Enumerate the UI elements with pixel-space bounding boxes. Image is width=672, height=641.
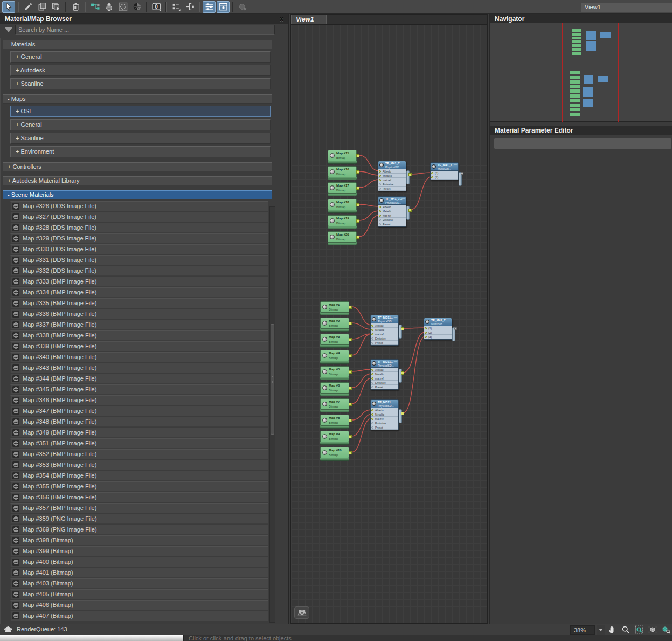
scene-material-item[interactable]: Map #347 (BMP Image File): [10, 406, 268, 416]
node-input-slot[interactable]: Preset: [371, 425, 398, 430]
collapse-node-icon[interactable]: —: [394, 315, 397, 319]
scene-material-item[interactable]: Map #348 (BMP Image File): [10, 417, 268, 427]
bitmap-node[interactable]: Map #1 Bitmap: [320, 301, 349, 313]
browser-group-general[interactable]: + General: [10, 51, 271, 63]
node-input-slot[interactable]: Emissive: [378, 182, 406, 187]
node-side-tab[interactable]: [399, 369, 402, 383]
node-side-tab[interactable]: [399, 325, 402, 339]
bitmap-node[interactable]: Map #20 Bitmap: [328, 231, 357, 243]
bitmap-node[interactable]: Map #4 Bitmap: [320, 350, 349, 361]
input-socket[interactable]: [371, 418, 373, 420]
node-output-socket[interactable]: [356, 170, 359, 174]
scene-material-item[interactable]: Map #359 (PNG Image File): [10, 514, 268, 524]
input-socket[interactable]: [431, 172, 433, 174]
browser-group-osl[interactable]: + OSL: [10, 106, 271, 117]
scene-material-item[interactable]: Map #357 (BMP Image File): [10, 503, 268, 513]
view-tab[interactable]: View1: [291, 15, 327, 24]
browser-group-controllers[interactable]: + Controllers: [3, 162, 272, 171]
scene-material-item[interactable]: Map #344 (BMP Image File): [10, 374, 268, 384]
node-input-slot[interactable]: mat ref: [371, 417, 398, 421]
node-output-socket[interactable]: [349, 306, 352, 309]
node-side-tab[interactable]: [406, 206, 410, 220]
input-socket[interactable]: [425, 332, 427, 334]
node-input-slot[interactable]: (3): [424, 335, 452, 339]
bitmap-node[interactable]: Map #7 Bitmap: [320, 398, 349, 410]
node-input-slot[interactable]: Metallic: [371, 412, 398, 417]
node-output-socket[interactable]: [349, 387, 352, 390]
search-input[interactable]: [15, 25, 275, 35]
scene-material-item[interactable]: Map #356 (BMP Image File): [10, 492, 268, 502]
scene-material-item[interactable]: Map #351 (BMP Image File): [10, 438, 268, 449]
scene-material-item[interactable]: Map #336 (BMP Image File): [10, 309, 268, 319]
input-socket[interactable]: [379, 206, 381, 208]
bitmap-node[interactable]: Map #5 Bitmap: [320, 366, 349, 377]
node-input-slot[interactable]: (1): [431, 171, 458, 175]
node-input-slot[interactable]: Albedo: [371, 323, 398, 328]
bitmap-node[interactable]: Map #6 Bitmap: [320, 382, 349, 394]
node-header[interactable]: TF_M41_7... — PhysicalSD...: [378, 197, 406, 205]
node-graph-canvas[interactable]: Map #15 Bitmap Map #16 Bitmap Map #17 Bi…: [290, 24, 488, 624]
browser-group-scene-materials[interactable]: - Scene Materials: [3, 190, 272, 199]
scene-material-item[interactable]: Map #403 (Bitmap): [10, 578, 268, 589]
bitmap-node[interactable]: Map #9 Bitmap: [320, 431, 349, 442]
close-browser-button[interactable]: x: [280, 14, 283, 24]
dock-window-title[interactable]: View1: [581, 3, 672, 12]
input-socket[interactable]: [371, 342, 373, 344]
collapse-node-icon[interactable]: —: [401, 161, 405, 164]
node-output-socket[interactable]: [356, 236, 359, 239]
node-output-socket[interactable]: [356, 203, 359, 206]
scene-material-item[interactable]: Map #326 (DDS Image File): [10, 201, 268, 211]
bitmap-node[interactable]: Map #3 Bitmap: [320, 334, 349, 345]
node-output-socket[interactable]: [349, 403, 352, 406]
input-socket[interactable]: [379, 219, 381, 221]
bitmap-node[interactable]: Map #18 Bitmap: [328, 199, 357, 210]
collapse-node-icon[interactable]: —: [454, 163, 457, 166]
browser-options-dropdown-icon[interactable]: [5, 27, 12, 32]
node-input-slot[interactable]: Metallic: [371, 372, 398, 376]
node-input-slot[interactable]: Emissive: [371, 336, 398, 341]
scene-material-item[interactable]: Map #349 (BMP Image File): [10, 428, 268, 438]
pan-hand-button[interactable]: [606, 625, 618, 635]
node-input-slot[interactable]: Metallic: [378, 174, 406, 178]
input-socket[interactable]: [371, 329, 373, 331]
scene-material-item[interactable]: Map #405 (Bitmap): [10, 589, 268, 599]
pick-material-from-object-button[interactable]: [22, 1, 34, 13]
node-output-socket[interactable]: [408, 173, 412, 176]
hide-unused-nodeslots-button[interactable]: [183, 1, 196, 13]
node-output-socket[interactable]: [356, 187, 359, 190]
node-output-socket[interactable]: [356, 219, 359, 223]
input-socket[interactable]: [371, 325, 373, 327]
node-input-slot[interactable]: Emissive: [371, 381, 398, 385]
bitmap-node[interactable]: Map #2 Bitmap: [320, 318, 349, 329]
browser-group-autodesk[interactable]: + Autodesk: [10, 65, 271, 76]
select-tool-button[interactable]: [2, 1, 15, 13]
node-input-slot[interactable]: mat ref: [378, 178, 406, 182]
scene-material-item[interactable]: Map #331 (DDS Image File): [10, 255, 268, 265]
input-socket[interactable]: [371, 377, 373, 380]
scene-material-item[interactable]: Map #337 (BMP Image File): [10, 320, 268, 330]
scene-material-item[interactable]: Map #329 (DDS Image File): [10, 233, 268, 244]
physical-material-node[interactable]: TF_MD11... — PhysicalSD... Albedo Metall…: [370, 399, 399, 430]
material-id-channel-button[interactable]: 0: [150, 1, 163, 13]
zoom-extents-selected-button[interactable]: [660, 625, 672, 635]
collapse-node-icon[interactable]: —: [394, 360, 397, 363]
node-output-socket[interactable]: [349, 338, 352, 341]
scene-material-item[interactable]: Map #343 (BMP Image File): [10, 363, 268, 373]
node-side-tab[interactable]: [399, 409, 402, 423]
browser-group-environment[interactable]: + Environment: [10, 146, 271, 157]
node-input-slot[interactable]: Albedo: [378, 169, 406, 174]
input-socket[interactable]: [371, 409, 373, 411]
node-input-slot[interactable]: mat ref: [371, 332, 398, 336]
scene-material-item[interactable]: Map #398 (Bitmap): [10, 535, 268, 546]
node-input-slot[interactable]: Metallic: [378, 209, 406, 213]
input-socket[interactable]: [371, 382, 373, 384]
scene-material-item[interactable]: Map #400 (Bitmap): [10, 557, 268, 567]
node-output-socket[interactable]: [349, 419, 352, 422]
input-socket[interactable]: [379, 183, 381, 185]
input-socket[interactable]: [425, 336, 427, 338]
show-shaded-material-in-viewport-button[interactable]: [102, 1, 115, 13]
node-output-socket[interactable]: [454, 327, 457, 330]
scene-material-item[interactable]: Map #332 (DDS Image File): [10, 266, 268, 276]
input-socket[interactable]: [371, 337, 373, 340]
node-output-socket[interactable]: [408, 209, 412, 212]
